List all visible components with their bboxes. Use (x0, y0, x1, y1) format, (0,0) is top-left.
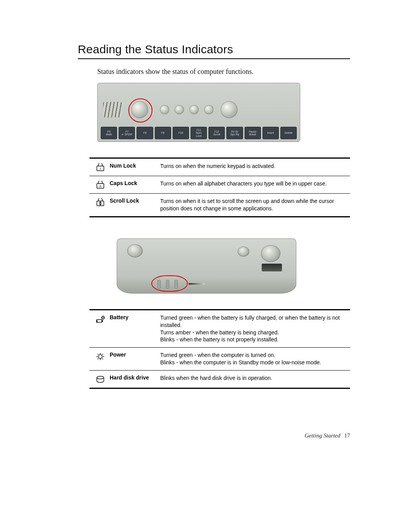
control-graphic (238, 247, 249, 257)
front-indicators-table: BatteryTurned green - when the battery i… (89, 309, 350, 389)
figure-status-leds-top: F6 MuteF7 ⊳ SPDIFF8F9F10F11 Num LockF12 … (97, 83, 350, 142)
title-rule (78, 58, 350, 59)
capslock-icon (91, 180, 110, 189)
highlight-circle-icon (128, 98, 152, 122)
table-row: Num LockTurns on when the numeric keypad… (89, 159, 350, 176)
lock-indicators-table: Num LockTurns on when the numeric keypad… (89, 157, 350, 217)
indicator-label: Scroll Lock (110, 198, 160, 204)
numlock-icon (91, 163, 110, 172)
indicator-description: Blinks when the hard disk drive is in op… (160, 374, 350, 382)
table-row: BatteryTurned green - when the battery i… (89, 310, 350, 348)
function-key: F12 Scroll (208, 127, 225, 139)
function-key: F6 Mute (101, 127, 117, 139)
indicator-label: Battery (110, 314, 160, 320)
table-row: Scroll LockTurns on when it is set to sc… (89, 193, 350, 216)
footer-section: Getting Started (304, 432, 340, 439)
speaker-vent (103, 102, 122, 117)
battery-icon (91, 314, 110, 324)
quick-button-graphic (175, 105, 184, 114)
function-key: Delete (280, 127, 297, 139)
cable-graphic (189, 283, 205, 285)
hdd-icon (91, 374, 110, 384)
page-footer: Getting Started 17 (304, 432, 350, 439)
scrolllock-icon (91, 198, 110, 207)
page-title: Reading the Status Indicators (78, 43, 350, 56)
indicator-label: Power (110, 352, 160, 358)
function-key: F11 Num Lock (191, 127, 207, 139)
function-key: F8 (136, 127, 153, 139)
intro-text: Status indicators show the status of com… (97, 68, 350, 76)
indicator-label: Hard disk drive (110, 374, 160, 381)
function-key: Prt Sc Sys Rq (226, 127, 243, 139)
indicator-label: Caps Lock (110, 180, 160, 186)
power-icon (91, 352, 110, 361)
table-row: Caps LockTurns on when all alphabet char… (89, 176, 350, 193)
function-key: F9 (155, 127, 171, 139)
function-key: Pause Break (245, 127, 261, 139)
function-key: F10 (173, 127, 189, 139)
quick-button-graphic (189, 105, 199, 114)
indicator-description: Turns on when it is set to scroll the sc… (160, 198, 350, 212)
indicator-description: Turns on when all alphabet characters yo… (160, 180, 350, 187)
laptop-top-illustration: F6 MuteF7 ⊳ SPDIFF8F9F10F11 Num LockF12 … (97, 83, 300, 142)
indicator-description: Turned green - when the battery is fully… (160, 314, 350, 344)
quick-button-graphic (204, 105, 214, 114)
table-row: PowerTurned green - when the computer is… (89, 347, 350, 370)
control-graphic (261, 245, 280, 262)
quick-button-graphic (220, 101, 238, 118)
indicator-description: Turned green - when the computer is turn… (160, 352, 350, 366)
function-key: Insert (262, 127, 279, 139)
footer-page-number: 17 (344, 432, 350, 439)
quick-button-graphic (160, 105, 169, 114)
indicator-description: Turns on when the numeric keypad is acti… (160, 163, 350, 170)
ir-port-graphic (262, 264, 282, 271)
figure-front-edge (117, 238, 296, 294)
highlight-ellipse-icon (151, 275, 188, 292)
function-key-row: F6 MuteF7 ⊳ SPDIFF8F9F10F11 Num LockF12 … (101, 127, 297, 139)
volume-dial-graphic (127, 244, 143, 257)
table-row: Hard disk driveBlinks when the hard disk… (89, 370, 350, 388)
function-key: F7 ⊳ SPDIF (119, 127, 135, 139)
indicator-label: Num Lock (110, 163, 160, 169)
manual-page: Reading the Status Indicators Status ind… (0, 0, 420, 509)
